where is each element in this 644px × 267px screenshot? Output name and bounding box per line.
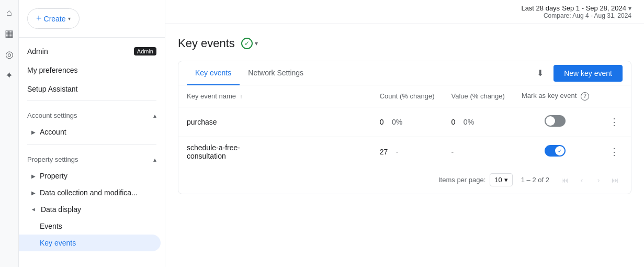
property-settings-label: Property settings [27,155,78,163]
key-events-label: Key events [40,239,76,247]
row-more-schedule: ⋮ [597,137,631,166]
property-label: Property [40,172,67,180]
page-nav: ⏮ ‹ › ⏭ [558,173,623,187]
sidebar-item-data-display[interactable]: ▼ Data display [19,201,165,218]
toggle-thumb-schedule: ✓ [555,146,564,155]
topbar-main-date[interactable]: Last 28 days Sep 1 - Sep 28, 2024 ▾ [521,4,631,12]
col-header-mark: Mark as key event ? [513,85,597,107]
col-header-count: Count (% change) [371,85,443,107]
col-header-more [597,85,631,107]
people-icon[interactable]: ◎ [1,46,18,63]
col-count-label: Count (% change) [380,92,435,100]
property-settings-chevron: ▴ [153,156,156,163]
property-expand-arrow: ▶ [31,173,36,179]
toggle-thumb-purchase [546,116,555,126]
help-icon[interactable]: ? [581,92,589,101]
page-content: Key events ✓ ▾ Key events Network Settin… [165,24,644,267]
value-pct: 0% [464,118,474,126]
toggle-purchase[interactable] [545,115,566,127]
topbar-dropdown-arrow[interactable]: ▾ [628,5,631,12]
status-indicator[interactable]: ✓ ▾ [241,38,258,49]
sidebar-item-key-events[interactable]: Key events [19,235,161,251]
download-button[interactable]: ⬇ [530,64,549,83]
toggle-schedule[interactable]: ✓ [545,145,566,157]
sidebar-item-my-preferences[interactable]: My preferences [19,61,165,80]
count-pct-schedule: - [396,148,399,156]
date-range: Sep 1 - Sep 28, 2024 [562,4,626,12]
data-display-label: Data display [41,205,81,214]
my-preferences-label: My preferences [27,66,77,74]
pagination-bar: Items per page: 10 ▾ 1 – 2 of 2 ⏮ ‹ › ⏭ [178,166,631,194]
account-settings-label: Account settings [27,112,77,119]
page-info: 1 – 2 of 2 [521,176,549,184]
table-row: schedule-a-free-consultation 27 - - [178,137,631,166]
sidebar-menu: Admin Admin My preferences Setup Assista… [19,38,165,258]
value-num-schedule: - [451,148,454,156]
next-page-button[interactable]: › [591,173,606,187]
tab-network-settings[interactable]: Network Settings [240,61,312,85]
per-page-select[interactable]: 10 ▾ [490,173,512,186]
settings-icon[interactable]: ✦ [1,67,18,84]
account-settings-section: Account settings ▴ ▶ Account [19,103,165,142]
last-page-button[interactable]: ⏭ [608,173,623,187]
tab-key-events[interactable]: Key events [187,61,240,85]
key-events-card: Key events Network Settings ⬇ New key ev… [178,61,631,194]
more-button-schedule[interactable]: ⋮ [606,143,623,160]
admin-badge: Admin [134,47,156,55]
tab-network-settings-label: Network Settings [248,69,303,77]
topbar: Last 28 days Sep 1 - Sep 28, 2024 ▾ Comp… [165,0,644,24]
sidebar-item-property[interactable]: ▶ Property [19,168,165,184]
sidebar-item-setup-assistant[interactable]: Setup Assistant [19,80,165,98]
data-collection-label: Data collection and modifica... [40,188,138,197]
account-settings-header[interactable]: Account settings ▴ [19,107,165,124]
tabs-actions: ⬇ New key event [530,64,623,83]
row-toggle-purchase [513,107,597,137]
sidebar-item-events[interactable]: Events [19,218,165,235]
prev-page-button[interactable]: ‹ [574,173,589,187]
col-header-name: Key event name ↑ [178,85,371,107]
nav-rail: ⌂ ▦ ◎ ✦ [0,0,19,267]
sort-icon[interactable]: ↑ [240,94,243,99]
row-value-purchase: 0 0% [443,107,513,137]
create-button[interactable]: + Create ▾ [27,8,80,29]
table-body: purchase 0 0% 0 0% [178,107,631,166]
create-label: Create [44,15,66,23]
key-events-table: Key event name ↑ Count (% change) Value … [178,85,631,166]
analytics-icon[interactable]: ▦ [1,25,18,42]
download-icon: ⬇ [537,68,544,78]
row-name-schedule: schedule-a-free-consultation [178,137,371,166]
plus-icon: + [36,13,42,24]
data-collection-expand-arrow: ▶ [31,190,36,196]
status-dropdown-arrow: ▾ [255,40,258,47]
sidebar-item-admin[interactable]: Admin Admin [19,42,165,61]
events-label: Events [40,222,62,230]
sidebar-divider-1 [27,101,156,101]
home-icon[interactable]: ⌂ [1,4,18,21]
data-display-expand-arrow: ▼ [31,207,37,212]
value-num: 0 [451,118,456,126]
tab-key-events-label: Key events [195,69,231,77]
col-value-label: Value (% change) [451,92,505,100]
sidebar-item-data-collection[interactable]: ▶ Data collection and modifica... [19,184,165,201]
admin-label: Admin [27,47,48,55]
property-settings-section: Property settings ▴ ▶ Property ▶ Data co… [19,147,165,253]
property-settings-header[interactable]: Property settings ▴ [19,151,165,168]
per-page-arrow: ▾ [504,176,508,184]
page-title: Key events [178,37,235,50]
sidebar-item-account[interactable]: ▶ Account [19,124,165,140]
items-per-page: Items per page: 10 ▾ [438,173,513,186]
row-count-purchase: 0 0% [371,107,443,137]
more-button-purchase[interactable]: ⋮ [606,114,623,130]
setup-assistant-label: Setup Assistant [27,85,78,93]
row-value-schedule: - [443,137,513,166]
per-page-value: 10 [494,176,502,184]
count-value-schedule: 27 [380,148,388,156]
row-more-purchase: ⋮ [597,107,631,137]
first-page-button[interactable]: ⏮ [558,173,572,187]
table-row: purchase 0 0% 0 0% [178,107,631,137]
row-count-schedule: 27 - [371,137,443,166]
table-header: Key event name ↑ Count (% change) Value … [178,85,631,107]
new-key-event-button[interactable]: New key event [553,65,623,82]
count-value: 0 [380,118,384,126]
sidebar-divider-2 [27,144,156,145]
